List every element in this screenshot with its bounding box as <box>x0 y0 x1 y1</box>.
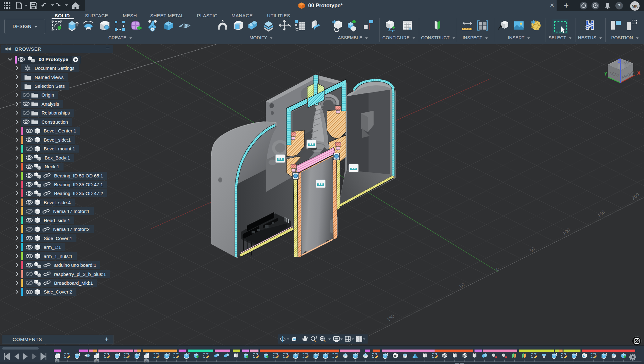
svg-text:Y: Y <box>604 71 608 76</box>
svg-text:MK: MK <box>632 4 638 8</box>
svg-text:X: X <box>637 70 641 76</box>
svg-text:?: ? <box>618 3 620 8</box>
svg-text:Z: Z <box>618 58 621 64</box>
